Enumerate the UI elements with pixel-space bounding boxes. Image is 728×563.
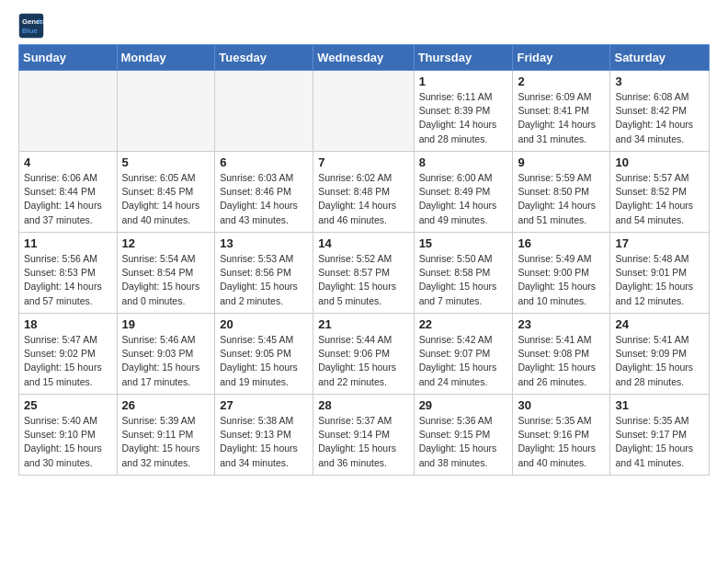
calendar-day-cell: 31Sunrise: 5:35 AM Sunset: 9:17 PM Dayli…: [610, 395, 710, 476]
calendar-day-cell: 11Sunrise: 5:56 AM Sunset: 8:53 PM Dayli…: [19, 233, 118, 314]
day-number: 18: [24, 317, 112, 331]
calendar-day-cell: 7Sunrise: 6:02 AM Sunset: 8:48 PM Daylig…: [313, 152, 414, 233]
day-number: 16: [518, 236, 605, 250]
calendar-week-row: 11Sunrise: 5:56 AM Sunset: 8:53 PM Dayli…: [19, 233, 710, 314]
day-detail: Sunrise: 6:03 AM Sunset: 8:46 PM Dayligh…: [220, 171, 308, 227]
day-detail: Sunrise: 5:41 AM Sunset: 9:09 PM Dayligh…: [615, 333, 704, 389]
day-number: 29: [419, 398, 508, 412]
day-number: 31: [615, 398, 704, 412]
day-number: 5: [122, 155, 210, 169]
weekday-header: Thursday: [414, 45, 513, 71]
day-number: 4: [24, 155, 112, 169]
calendar-day-cell: [215, 71, 313, 152]
day-number: 3: [615, 75, 704, 88]
day-detail: Sunrise: 5:40 AM Sunset: 9:10 PM Dayligh…: [24, 414, 112, 470]
day-number: 28: [318, 398, 408, 412]
day-detail: Sunrise: 5:35 AM Sunset: 9:16 PM Dayligh…: [518, 414, 605, 470]
day-detail: Sunrise: 5:49 AM Sunset: 9:00 PM Dayligh…: [518, 252, 605, 308]
calendar-day-cell: 10Sunrise: 5:57 AM Sunset: 8:52 PM Dayli…: [610, 152, 710, 233]
day-number: 21: [318, 317, 408, 331]
calendar-day-cell: 24Sunrise: 5:41 AM Sunset: 9:09 PM Dayli…: [610, 314, 710, 395]
day-number: 25: [24, 398, 112, 412]
day-number: 22: [419, 317, 508, 331]
calendar-day-cell: 13Sunrise: 5:53 AM Sunset: 8:56 PM Dayli…: [215, 233, 313, 314]
calendar-day-cell: 16Sunrise: 5:49 AM Sunset: 9:00 PM Dayli…: [513, 233, 610, 314]
calendar-week-row: 4Sunrise: 6:06 AM Sunset: 8:44 PM Daylig…: [19, 152, 710, 233]
day-number: 23: [518, 317, 605, 331]
day-number: 13: [220, 236, 308, 250]
day-detail: Sunrise: 5:47 AM Sunset: 9:02 PM Dayligh…: [24, 333, 112, 389]
day-detail: Sunrise: 5:53 AM Sunset: 8:56 PM Dayligh…: [220, 252, 308, 308]
calendar-day-cell: 26Sunrise: 5:39 AM Sunset: 9:11 PM Dayli…: [117, 395, 215, 476]
day-detail: Sunrise: 5:38 AM Sunset: 9:13 PM Dayligh…: [220, 414, 308, 470]
day-detail: Sunrise: 5:45 AM Sunset: 9:05 PM Dayligh…: [220, 333, 308, 389]
day-detail: Sunrise: 5:46 AM Sunset: 9:03 PM Dayligh…: [122, 333, 210, 389]
weekday-header: Monday: [117, 45, 215, 71]
calendar-day-cell: 19Sunrise: 5:46 AM Sunset: 9:03 PM Dayli…: [117, 314, 215, 395]
weekday-header: Sunday: [19, 45, 118, 71]
page-header: General Blue: [0, 0, 728, 44]
day-detail: Sunrise: 5:39 AM Sunset: 9:11 PM Dayligh…: [122, 414, 210, 470]
day-detail: Sunrise: 5:57 AM Sunset: 8:52 PM Dayligh…: [615, 171, 704, 227]
calendar-day-cell: 20Sunrise: 5:45 AM Sunset: 9:05 PM Dayli…: [215, 314, 313, 395]
calendar-day-cell: 2Sunrise: 6:09 AM Sunset: 8:41 PM Daylig…: [513, 71, 610, 152]
calendar-day-cell: 30Sunrise: 5:35 AM Sunset: 9:16 PM Dayli…: [513, 395, 610, 476]
day-detail: Sunrise: 5:48 AM Sunset: 9:01 PM Dayligh…: [615, 252, 704, 308]
day-detail: Sunrise: 5:54 AM Sunset: 8:54 PM Dayligh…: [122, 252, 210, 308]
calendar-day-cell: 5Sunrise: 6:05 AM Sunset: 8:45 PM Daylig…: [117, 152, 215, 233]
day-detail: Sunrise: 6:05 AM Sunset: 8:45 PM Dayligh…: [122, 171, 210, 227]
calendar-day-cell: [117, 71, 215, 152]
calendar-wrap: SundayMondayTuesdayWednesdayThursdayFrid…: [0, 44, 728, 485]
calendar-day-cell: 12Sunrise: 5:54 AM Sunset: 8:54 PM Dayli…: [117, 233, 215, 314]
calendar-day-cell: 4Sunrise: 6:06 AM Sunset: 8:44 PM Daylig…: [19, 152, 118, 233]
calendar-day-cell: 8Sunrise: 6:00 AM Sunset: 8:49 PM Daylig…: [414, 152, 513, 233]
calendar-day-cell: 14Sunrise: 5:52 AM Sunset: 8:57 PM Dayli…: [313, 233, 414, 314]
day-number: 6: [220, 155, 308, 169]
day-number: 7: [318, 155, 408, 169]
day-detail: Sunrise: 6:11 AM Sunset: 8:39 PM Dayligh…: [419, 90, 508, 146]
logo-icon: General Blue: [18, 13, 44, 39]
weekday-header: Friday: [513, 45, 610, 71]
day-detail: Sunrise: 5:50 AM Sunset: 8:58 PM Dayligh…: [419, 252, 508, 308]
day-number: 9: [518, 155, 605, 169]
day-detail: Sunrise: 5:35 AM Sunset: 9:17 PM Dayligh…: [615, 414, 704, 470]
calendar-week-row: 1Sunrise: 6:11 AM Sunset: 8:39 PM Daylig…: [19, 71, 710, 152]
calendar-day-cell: 1Sunrise: 6:11 AM Sunset: 8:39 PM Daylig…: [414, 71, 513, 152]
calendar-day-cell: 25Sunrise: 5:40 AM Sunset: 9:10 PM Dayli…: [19, 395, 118, 476]
day-detail: Sunrise: 5:42 AM Sunset: 9:07 PM Dayligh…: [419, 333, 508, 389]
day-detail: Sunrise: 5:56 AM Sunset: 8:53 PM Dayligh…: [24, 252, 112, 308]
calendar-day-cell: 23Sunrise: 5:41 AM Sunset: 9:08 PM Dayli…: [513, 314, 610, 395]
calendar-day-cell: 9Sunrise: 5:59 AM Sunset: 8:50 PM Daylig…: [513, 152, 610, 233]
day-detail: Sunrise: 6:00 AM Sunset: 8:49 PM Dayligh…: [419, 171, 508, 227]
day-number: 19: [122, 317, 210, 331]
day-number: 2: [518, 75, 605, 88]
calendar-week-row: 18Sunrise: 5:47 AM Sunset: 9:02 PM Dayli…: [19, 314, 710, 395]
calendar-day-cell: 28Sunrise: 5:37 AM Sunset: 9:14 PM Dayli…: [313, 395, 414, 476]
day-detail: Sunrise: 6:08 AM Sunset: 8:42 PM Dayligh…: [615, 90, 704, 146]
calendar-day-cell: [313, 71, 414, 152]
day-detail: Sunrise: 6:09 AM Sunset: 8:41 PM Dayligh…: [518, 90, 605, 146]
calendar-day-cell: 29Sunrise: 5:36 AM Sunset: 9:15 PM Dayli…: [414, 395, 513, 476]
logo: General Blue: [18, 13, 48, 39]
weekday-header: Tuesday: [215, 45, 313, 71]
day-number: 27: [220, 398, 308, 412]
day-number: 1: [419, 75, 508, 88]
calendar-day-cell: 17Sunrise: 5:48 AM Sunset: 9:01 PM Dayli…: [610, 233, 710, 314]
calendar-day-cell: [19, 71, 118, 152]
calendar-day-cell: 15Sunrise: 5:50 AM Sunset: 8:58 PM Dayli…: [414, 233, 513, 314]
calendar-day-cell: 3Sunrise: 6:08 AM Sunset: 8:42 PM Daylig…: [610, 71, 710, 152]
day-detail: Sunrise: 6:06 AM Sunset: 8:44 PM Dayligh…: [24, 171, 112, 227]
calendar-day-cell: 22Sunrise: 5:42 AM Sunset: 9:07 PM Dayli…: [414, 314, 513, 395]
day-number: 12: [122, 236, 210, 250]
day-number: 30: [518, 398, 605, 412]
day-detail: Sunrise: 5:44 AM Sunset: 9:06 PM Dayligh…: [318, 333, 408, 389]
calendar-day-cell: 6Sunrise: 6:03 AM Sunset: 8:46 PM Daylig…: [215, 152, 313, 233]
calendar-table: SundayMondayTuesdayWednesdayThursdayFrid…: [18, 44, 710, 476]
svg-text:Blue: Blue: [22, 27, 39, 35]
day-detail: Sunrise: 6:02 AM Sunset: 8:48 PM Dayligh…: [318, 171, 408, 227]
day-number: 24: [615, 317, 704, 331]
calendar-day-cell: 27Sunrise: 5:38 AM Sunset: 9:13 PM Dayli…: [215, 395, 313, 476]
calendar-header-row: SundayMondayTuesdayWednesdayThursdayFrid…: [19, 45, 710, 71]
day-number: 14: [318, 236, 408, 250]
day-number: 8: [419, 155, 508, 169]
